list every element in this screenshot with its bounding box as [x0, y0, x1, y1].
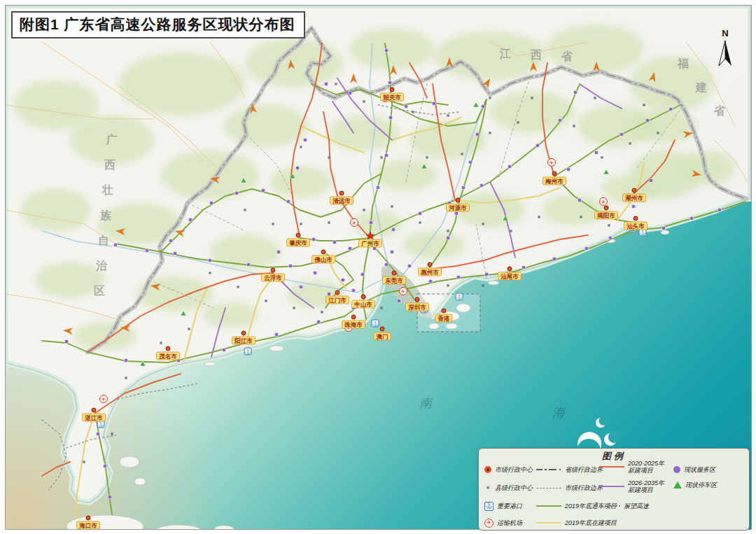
- legend-item: 展望高速: [599, 498, 649, 514]
- legend-label: 展望高速: [624, 503, 649, 510]
- service-area-dot: [584, 246, 589, 251]
- service-area-dot: [384, 48, 388, 52]
- service-area-dot: [299, 285, 303, 289]
- service-area-dot: [64, 339, 69, 344]
- neighbor-province-label: 省: [561, 50, 573, 62]
- legend-item: 省级行政边界: [536, 462, 603, 477]
- legend-label: 2020-2025年新建项目: [628, 460, 664, 474]
- neighbor-province-label: 壮: [102, 184, 113, 196]
- city-label: 梅州市: [545, 178, 564, 185]
- airport-glyph: ✈: [601, 199, 606, 204]
- neighbor-province-label: 福: [677, 57, 689, 69]
- legend-item: ✈运输机场: [484, 515, 522, 531]
- service-area-dot: [169, 239, 173, 243]
- city-label: 潮州市: [624, 195, 643, 202]
- terrain-blob: [14, 80, 98, 129]
- county-dot: [300, 146, 302, 148]
- service-area-dot: [288, 264, 293, 268]
- city-label: 揭阳市: [596, 212, 615, 219]
- city-dot: [321, 250, 326, 254]
- ln-prov-swatch: [536, 469, 561, 470]
- city-label: 海口市: [78, 522, 97, 529]
- county-dot: [160, 342, 162, 344]
- service-area-dot: [103, 464, 107, 468]
- city-label: 广州市: [360, 240, 379, 247]
- service-area-dot: [369, 220, 373, 225]
- island: [661, 230, 669, 234]
- terrain-blob: [161, 150, 259, 199]
- legend-item: 市级行政边界: [536, 480, 603, 496]
- service-area-dot: [446, 236, 450, 240]
- county-dot: [601, 156, 603, 158]
- neighbor-province-label: 西: [104, 159, 115, 171]
- county-dot: [300, 223, 302, 225]
- legend-item: ⚓重要港口: [484, 498, 522, 514]
- service-area-dot: [390, 250, 394, 254]
- county-dot: [363, 100, 365, 102]
- ic-port-swatch: ⚓: [484, 502, 493, 511]
- neighbor-province-label: 广: [106, 133, 118, 146]
- ic-airport-swatch: ✈: [484, 519, 493, 528]
- city-dot: [241, 331, 246, 335]
- terrain-blob: [270, 167, 332, 197]
- city-label: 珠海市: [344, 321, 363, 328]
- island: [120, 456, 139, 468]
- pt-pa-swatch: [673, 482, 682, 489]
- city-label: 汕头市: [626, 223, 645, 230]
- service-area-dot: [173, 251, 177, 255]
- city-label: 湛江市: [84, 414, 103, 421]
- county-dot: [188, 328, 190, 330]
- city-dot: [92, 408, 96, 412]
- port-glyph: ⚓: [98, 421, 104, 428]
- city-dot: [632, 188, 636, 192]
- service-area-dot: [261, 188, 265, 192]
- airport-glyph: ✈: [102, 397, 106, 402]
- service-area-dot: [145, 248, 149, 253]
- service-area-dot: [391, 227, 396, 232]
- island: [488, 281, 499, 285]
- city-label: 阳江市: [234, 337, 253, 344]
- county-dot: [447, 114, 449, 116]
- county-dot: [608, 224, 610, 226]
- service-area-dot: [456, 275, 461, 279]
- county-dot: [237, 286, 239, 288]
- county-dot: [594, 97, 596, 99]
- city-dot: [552, 171, 556, 176]
- sandbank-crescent-cut: [599, 416, 608, 426]
- county-dot: [380, 307, 382, 309]
- county-dot: [83, 461, 85, 463]
- service-area-dot: [620, 132, 624, 136]
- service-area-dot: [418, 211, 422, 216]
- service-area-dot: [209, 201, 214, 205]
- county-dot: [657, 132, 659, 134]
- county-dot: [265, 300, 267, 302]
- county-dot: [272, 223, 274, 225]
- service-area-dot: [234, 191, 239, 195]
- service-area-dot: [384, 153, 388, 157]
- service-area-dot: [327, 292, 331, 296]
- service-area-dot: [274, 332, 279, 337]
- service-area-dot: [324, 82, 328, 86]
- service-area-dot: [649, 178, 653, 183]
- neighbor-province-label: 治: [95, 260, 108, 272]
- service-area-dot: [522, 265, 526, 269]
- county-dot: [426, 156, 428, 158]
- county-dot: [328, 156, 330, 158]
- city-label: 云浮市: [264, 274, 282, 281]
- county-dot: [209, 272, 211, 274]
- legend-label: 现状服务区: [684, 466, 715, 473]
- city-label: 清远市: [332, 197, 351, 204]
- service-area-dot: [718, 208, 722, 212]
- service-area-dot: [332, 240, 337, 244]
- ln-green-swatch: [536, 505, 561, 507]
- service-area-dot: [376, 185, 380, 190]
- city-label: 澳门: [376, 333, 388, 340]
- service-area-dot: [313, 271, 317, 275]
- service-area-dot: [222, 348, 226, 352]
- service-area-dot: [108, 495, 112, 499]
- port-glyph: ⚓: [640, 230, 646, 236]
- service-area-dot: [479, 183, 484, 188]
- county-dot: [580, 216, 582, 218]
- ic-county-swatch: ✶: [484, 484, 491, 491]
- county-dot: [111, 433, 113, 435]
